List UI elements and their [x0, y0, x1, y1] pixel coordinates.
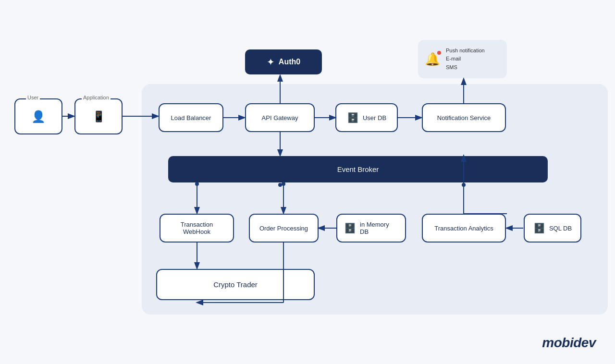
order-processing-box: Order Processing: [249, 214, 319, 243]
notif-line-3: SMS: [446, 63, 485, 72]
api-gateway-box: API Gateway: [245, 103, 315, 132]
notification-service-box: Notification Service: [422, 103, 506, 132]
auth0-label: Auth0: [279, 58, 300, 66]
mobidev-italic: dev: [573, 335, 596, 350]
mobidev-logo: mobidev: [542, 335, 596, 351]
mobidev-name: mobi: [542, 335, 573, 350]
user-label: User: [26, 95, 40, 100]
notif-line-2: E-mail: [446, 55, 485, 63]
transaction-webhook-box: Transaction WebHook: [160, 214, 234, 243]
db-icon-memory: 🗄️: [344, 222, 356, 234]
user-box: 👤: [14, 98, 62, 134]
auth0-box: ✦ Auth0: [245, 49, 322, 74]
notif-info-box: 🔔 Push notification E-mail SMS: [418, 40, 507, 78]
crypto-trader-box: Crypto Trader: [156, 269, 315, 300]
user-db-box: 🗄️ User DB: [335, 103, 398, 132]
bell-dot: [437, 51, 441, 55]
application-label: Application: [82, 95, 111, 100]
db-icon-user: 🗄️: [347, 112, 359, 123]
event-broker-box: Event Broker: [168, 156, 548, 182]
db-icon-sql: 🗄️: [533, 222, 545, 234]
notif-text: Push notification E-mail SMS: [446, 47, 485, 72]
transaction-analytics-box: Transaction Analytics: [422, 214, 506, 243]
application-box: 📱: [74, 98, 123, 134]
diagram-container: ✦ Auth0 🔔 Push notification E-mail SMS 👤…: [0, 0, 615, 364]
sql-db-box: 🗄️ SQL DB: [524, 214, 581, 243]
in-memory-db-box: 🗄️ in Memory DB: [336, 214, 406, 243]
phone-icon: 📱: [92, 110, 105, 123]
person-icon: 👤: [31, 110, 46, 123]
auth0-icon: ✦: [267, 56, 275, 68]
notif-line-1: Push notification: [446, 47, 485, 55]
load-balancer-box: Load Balancer: [159, 103, 223, 132]
